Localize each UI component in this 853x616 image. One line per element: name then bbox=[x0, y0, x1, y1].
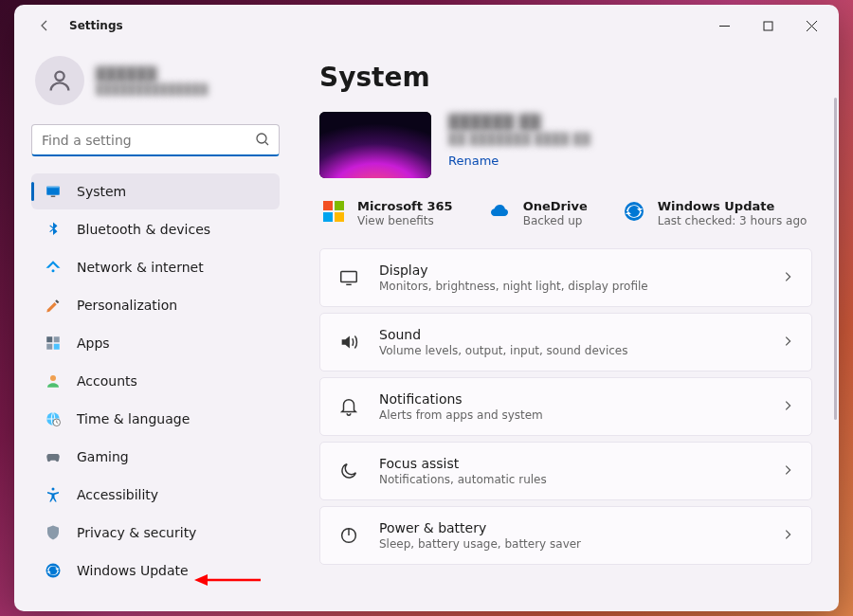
device-row: ██████ ██ ██ ███████ ████ ██ Rename bbox=[319, 112, 812, 178]
svg-rect-4 bbox=[46, 187, 60, 189]
sidebar-item-label: System bbox=[77, 184, 126, 199]
avatar bbox=[35, 56, 84, 105]
sidebar-item-accessibility[interactable]: Accessibility bbox=[31, 477, 280, 513]
svg-point-15 bbox=[52, 488, 55, 491]
device-model: ██ ███████ ████ ██ bbox=[448, 133, 590, 146]
search-wrap bbox=[31, 124, 280, 156]
settings-cards: DisplayMonitors, brightness, night light… bbox=[319, 248, 812, 565]
update-icon bbox=[45, 562, 62, 579]
card-title: Sound bbox=[379, 327, 762, 342]
card-title: Power & battery bbox=[379, 520, 762, 535]
sidebar-item-gaming[interactable]: Gaming bbox=[31, 439, 280, 475]
sidebar-item-label: Network & internet bbox=[77, 260, 204, 275]
nav-list: SystemBluetooth & devicesNetwork & inter… bbox=[31, 173, 280, 589]
svg-rect-8 bbox=[46, 336, 52, 342]
sidebar-item-windows-update[interactable]: Windows Update bbox=[31, 553, 280, 589]
close-button[interactable] bbox=[789, 10, 833, 41]
sidebar: ██████ ██████████████ SystemBluetooth & … bbox=[14, 46, 297, 611]
chevron-right-icon bbox=[781, 462, 794, 480]
chevron-right-icon bbox=[781, 269, 794, 287]
bell-icon bbox=[337, 395, 360, 418]
chevron-right-icon bbox=[781, 398, 794, 416]
brush-icon bbox=[45, 297, 62, 314]
chevron-right-icon bbox=[781, 527, 794, 545]
wifi-icon bbox=[45, 259, 62, 276]
sidebar-item-time-language[interactable]: Time & language bbox=[31, 401, 280, 437]
svg-rect-11 bbox=[54, 344, 60, 350]
card-power-battery[interactable]: Power & batterySleep, battery usage, bat… bbox=[319, 506, 812, 565]
onedrive-icon bbox=[487, 199, 512, 224]
card-title: Focus assist bbox=[379, 456, 762, 471]
page-title: System bbox=[319, 62, 812, 93]
back-button[interactable] bbox=[29, 10, 60, 41]
card-sub: Volume levels, output, input, sound devi… bbox=[379, 344, 762, 357]
svg-rect-9 bbox=[54, 336, 60, 342]
sidebar-item-personalization[interactable]: Personalization bbox=[31, 287, 280, 323]
profile-block[interactable]: ██████ ██████████████ bbox=[31, 50, 280, 118]
card-focus-assist[interactable]: Focus assistNotifications, automatic rul… bbox=[319, 442, 812, 500]
apps-icon bbox=[45, 335, 62, 352]
scrollbar-thumb[interactable] bbox=[834, 98, 837, 420]
sidebar-item-label: Windows Update bbox=[77, 563, 189, 578]
arrow-left-icon bbox=[37, 18, 52, 33]
sidebar-item-apps[interactable]: Apps bbox=[31, 325, 280, 361]
svg-point-2 bbox=[257, 134, 266, 143]
power-icon bbox=[337, 524, 360, 547]
close-icon bbox=[807, 21, 817, 31]
minimize-button[interactable] bbox=[702, 10, 746, 41]
svg-rect-18 bbox=[341, 272, 357, 282]
person-icon bbox=[46, 67, 73, 94]
update-icon bbox=[622, 199, 646, 224]
system-icon bbox=[45, 183, 62, 200]
main-panel: System ██████ ██ ██ ███████ ████ ██ Rena… bbox=[297, 46, 839, 611]
maximize-icon bbox=[763, 21, 773, 31]
status-microsoft-[interactable]: Microsoft 365View benefits bbox=[321, 199, 453, 227]
sidebar-item-label: Personalization bbox=[77, 298, 177, 313]
sidebar-item-bluetooth-devices[interactable]: Bluetooth & devices bbox=[31, 211, 280, 247]
status-row: Microsoft 365View benefitsOneDriveBacked… bbox=[319, 199, 812, 227]
card-sound[interactable]: SoundVolume levels, output, input, sound… bbox=[319, 313, 812, 371]
rename-link[interactable]: Rename bbox=[448, 154, 590, 168]
sidebar-item-privacy-security[interactable]: Privacy & security bbox=[31, 515, 280, 551]
sidebar-item-label: Privacy & security bbox=[77, 525, 196, 540]
sidebar-item-label: Accounts bbox=[77, 373, 137, 389]
sidebar-item-label: Accessibility bbox=[77, 487, 158, 502]
sidebar-item-network-internet[interactable]: Network & internet bbox=[31, 249, 280, 285]
status-title: Microsoft 365 bbox=[357, 199, 453, 213]
search-icon bbox=[255, 132, 270, 147]
settings-window: Settings ██████ ██████████████ bbox=[14, 5, 839, 611]
svg-rect-5 bbox=[51, 196, 56, 198]
card-sub: Alerts from apps and system bbox=[379, 408, 762, 422]
card-notifications[interactable]: NotificationsAlerts from apps and system bbox=[319, 377, 812, 436]
card-sub: Notifications, automatic rules bbox=[379, 473, 762, 486]
sidebar-item-label: Gaming bbox=[77, 449, 129, 464]
bluetooth-icon bbox=[45, 221, 62, 238]
status-sub: Last checked: 3 hours ago bbox=[658, 214, 808, 227]
sidebar-item-label: Apps bbox=[77, 335, 110, 351]
titlebar: Settings bbox=[14, 5, 839, 46]
sidebar-item-accounts[interactable]: Accounts bbox=[31, 363, 280, 399]
profile-email: ██████████████ bbox=[96, 83, 208, 96]
maximize-button[interactable] bbox=[746, 10, 789, 41]
svg-point-12 bbox=[50, 375, 56, 381]
person-icon bbox=[45, 372, 62, 390]
device-name: ██████ ██ bbox=[448, 114, 590, 131]
status-windows-update[interactable]: Windows UpdateLast checked: 3 hours ago bbox=[622, 199, 808, 227]
svg-rect-7 bbox=[55, 299, 59, 303]
card-sub: Monitors, brightness, night light, displ… bbox=[379, 280, 762, 293]
search-input[interactable] bbox=[31, 124, 280, 156]
microsoft-icon bbox=[321, 199, 346, 224]
shield-icon bbox=[45, 524, 62, 541]
scrollbar[interactable] bbox=[833, 56, 837, 602]
card-display[interactable]: DisplayMonitors, brightness, night light… bbox=[319, 248, 812, 307]
gamepad-icon bbox=[45, 448, 62, 465]
minimize-icon bbox=[719, 21, 730, 31]
window-title: Settings bbox=[69, 19, 123, 32]
sidebar-item-system[interactable]: System bbox=[31, 173, 280, 209]
svg-point-6 bbox=[52, 269, 55, 272]
desktop-thumbnail[interactable] bbox=[319, 112, 431, 178]
status-onedrive[interactable]: OneDriveBacked up bbox=[487, 199, 588, 227]
status-title: OneDrive bbox=[523, 199, 588, 213]
profile-name: ██████ bbox=[96, 66, 208, 82]
svg-rect-10 bbox=[46, 344, 52, 350]
